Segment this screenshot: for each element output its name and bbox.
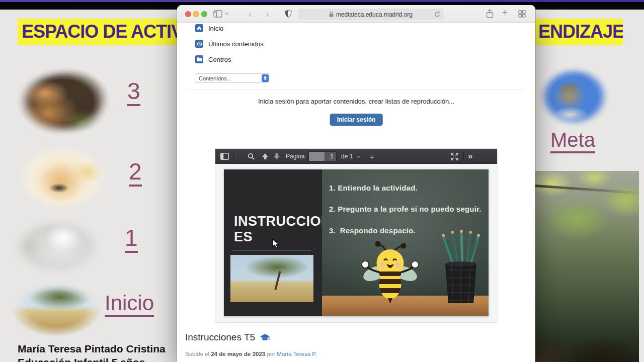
pdf-page-input[interactable] [308,151,337,161]
clock-icon [195,40,203,48]
chevron-down-icon[interactable] [224,12,229,15]
pencil-cup [439,230,482,305]
sidebar-item-ultimos-contenidos[interactable]: Últimos contenidos [195,40,264,48]
forward-icon[interactable]: › [266,9,269,19]
folder-icon [195,55,203,63]
slide-title-underline [232,250,311,250]
pdf-sidebar-toggle-icon[interactable] [220,149,229,164]
bee-cartoon [361,241,419,304]
link-inicio[interactable]: Inicio [105,293,154,317]
slide-title: INSTRUCCION ES [234,214,331,245]
slide-chalkboard-panel: 1. Entiendo la actividad. 2. Pregunto a … [322,169,489,316]
pdf-toolbar-separator [463,151,464,161]
address-bar[interactable]: mediateca.educa.madrid.org [298,9,444,20]
content-divider [187,89,525,89]
page-title-left: ESPACIO DE ACTIV [18,19,184,45]
pdf-page-label: Página: [286,149,306,164]
sidebar-item-centros[interactable]: Centros [195,55,231,63]
graduation-cap-icon [260,333,270,342]
forest-rock [569,339,632,362]
tree-trunk [275,271,281,290]
sidebar-item-label: Inicio [208,25,223,32]
forest-photo [532,171,639,362]
mouse-cursor-icon [272,239,280,249]
back-icon[interactable]: ‹ [249,9,252,19]
pdf-more-tools-icon[interactable]: » [468,149,472,164]
home-icon [195,24,203,32]
minimize-window-button[interactable] [193,11,199,17]
pdf-zoom-out-icon[interactable]: − [356,149,361,164]
new-tab-icon[interactable]: + [502,8,508,18]
slide-list-item: 1. Entiendo la actividad. [329,184,418,192]
slide-title-line1: INSTRUCCION [234,214,331,229]
link-meta[interactable]: Meta [550,130,595,153]
login-prompt-text: Inicia sesión para aportar contenidos, c… [177,98,535,105]
sidebar-item-label: Centros [208,56,231,63]
pdf-page-total: de 1 [341,149,353,164]
url-text: mediateca.educa.madrid.org [336,11,413,18]
login-button[interactable]: Iniciar sesión [330,114,383,126]
contents-select-value: Contenidos... [199,75,231,81]
link-2[interactable]: 2 [129,160,142,187]
upload-meta-line: Subido el 24 de mayo de 2023 por María T… [185,351,317,357]
giraffe-image [11,282,102,337]
pdf-slide-page: INSTRUCCION ES 1. Entiendo la actividad [224,169,489,316]
slide-list-item: 3. Respondo despacio. [329,226,416,235]
slide-list-item: 2. Pregunto a la profe si no puedo segui… [329,205,481,213]
pdf-toolbar: Página: de 1 − + » [215,149,497,164]
tiger-image [9,216,105,278]
sidebar-item-inicio[interactable]: Inicio [195,24,223,32]
dog-image [14,142,110,214]
upload-connector: por [267,351,275,357]
contents-select[interactable]: Contenidos... [195,73,270,83]
content-title-row: Instrucciones T5 [185,332,270,343]
slide-title-line2: ES [234,229,331,245]
share-icon[interactable] [486,9,494,18]
zoom-window-button[interactable] [201,11,207,17]
pdf-previous-page-icon[interactable] [262,149,269,164]
pdf-presentation-mode-icon[interactable] [451,149,458,164]
select-stepper-icon [262,74,269,82]
link-3[interactable]: 3 [127,79,140,106]
turtle-image [536,64,612,129]
pdf-zoom-in-icon[interactable]: + [370,149,374,164]
sidebar-item-label: Últimos contenidos [208,40,264,48]
upload-author-link[interactable]: María Teresa P. [277,351,316,357]
content-title-text: Instrucciones T5 [185,332,255,343]
slide-giraffe-photo [230,255,313,302]
upload-date: 24 de mayo de 2023 [211,351,265,357]
author-name: María Teresa Pintado Cristina [18,342,166,355]
pdf-viewer: Página: de 1 − + » IN [215,149,497,322]
fox-image [15,66,112,137]
page-title-right: ENDIZAJE [534,19,623,45]
close-window-button[interactable] [185,11,191,17]
safari-window: ‹ › mediateca.educa.madrid.org [177,5,535,362]
screen: ESPACIO DE ACTIV ENDIZAJE 3 2 1 Inicio M… [0,0,644,362]
browser-titlebar: ‹ › mediateca.educa.madrid.org [177,5,535,23]
sidebar-toggle-icon[interactable] [213,10,222,18]
slide-left-panel: INSTRUCCION ES [224,169,322,316]
link-1[interactable]: 1 [125,226,138,253]
privacy-shield-icon[interactable] [285,10,292,18]
pdf-toolbar-separator [233,151,234,161]
pdf-next-page-icon[interactable] [273,149,280,164]
pdf-search-icon[interactable] [248,149,255,164]
lock-icon [329,12,334,17]
reload-icon[interactable] [434,11,440,18]
author-class: Educación Infantil 5 años [18,355,166,362]
author-block: María Teresa Pintado Cristina Educación … [18,342,166,362]
pdf-toolbar-separator [366,151,366,161]
tab-overview-icon[interactable] [518,10,526,18]
upload-prefix: Subido el [185,351,209,357]
